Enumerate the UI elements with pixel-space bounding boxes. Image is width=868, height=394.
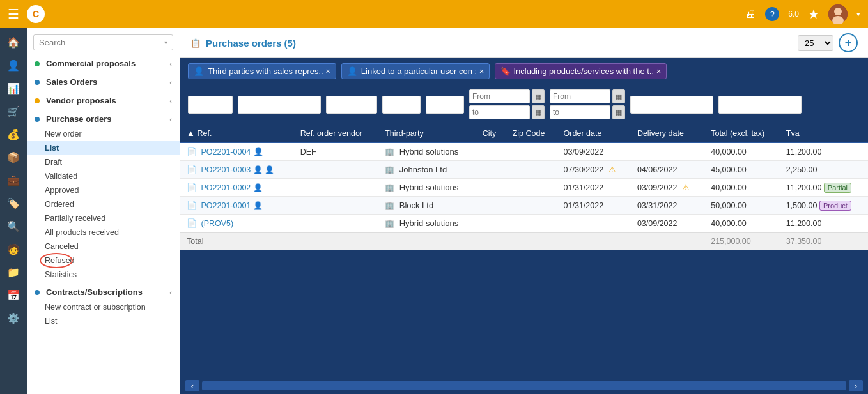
table-row: 📄 PO2201-0003 👤 👤 🏢 Johnston Ltd 07/ xyxy=(180,161,868,179)
delivery-date-to-cal[interactable]: ▦ xyxy=(612,105,625,119)
sidebar-icon-tag[interactable]: 🏷️ xyxy=(2,193,25,213)
filter-chip-products[interactable]: 🔖 Including products/services with the t… xyxy=(495,63,667,79)
sidebar-icon-user[interactable]: 👤 xyxy=(2,55,25,75)
cell-third-party[interactable]: 🏢 Block Ltd xyxy=(378,197,476,215)
sidebar-subitem-draft[interactable]: Draft xyxy=(27,155,180,169)
cell-ref[interactable]: 📄 PO2201-0004 👤 xyxy=(180,142,294,161)
sidebar-subitem-all-products-received[interactable]: All products received xyxy=(27,225,180,239)
sidebar-item-purchase-orders[interactable]: Purchase orders ‹ xyxy=(27,111,180,127)
cell-third-party[interactable]: 🏢 Hybrid solutions xyxy=(378,179,476,197)
cell-third-party[interactable]: 🏢 Johnston Ltd xyxy=(378,161,476,179)
cell-third-party-link[interactable]: Johnston Ltd xyxy=(399,165,447,174)
page-header-right: 25 10 50 100 + xyxy=(798,33,858,52)
sidebar-subitem-list2[interactable]: List xyxy=(27,314,180,328)
delivery-date-from[interactable] xyxy=(550,89,610,103)
order-date-from[interactable] xyxy=(469,89,530,103)
sidebar-icon-folder[interactable]: 📁 xyxy=(2,262,25,282)
bookmark-icon: 🔖 xyxy=(500,66,511,76)
order-date-to[interactable] xyxy=(469,105,530,119)
cell-third-party-link[interactable]: Hybrid solutions xyxy=(399,218,459,228)
company-icon: 🏢 xyxy=(385,201,394,210)
scroll-track[interactable] xyxy=(202,381,846,390)
sidebar-icon-shop[interactable]: 🛒 xyxy=(2,101,25,121)
avatar[interactable] xyxy=(828,4,848,24)
sidebar-subitem-list[interactable]: List xyxy=(27,141,180,155)
sidebar-item-label: Sales Orders xyxy=(46,77,97,87)
cell-ref[interactable]: 📄 (PROV5) xyxy=(180,215,294,233)
star-icon[interactable]: ★ xyxy=(808,6,819,22)
cell-ref[interactable]: 📄 PO2201-0001 👤 xyxy=(180,197,294,215)
cell-ref[interactable]: 📄 PO2201-0003 👤 👤 xyxy=(180,161,294,179)
logo: C xyxy=(27,5,45,23)
purchase-dot xyxy=(35,117,40,122)
cell-third-party-link[interactable]: Hybrid solutions xyxy=(399,183,459,192)
cell-third-party[interactable]: 🏢 Hybrid solutions xyxy=(378,142,476,161)
sidebar-icon-box[interactable]: 📦 xyxy=(2,147,25,167)
sidebar-item-commercial-proposals[interactable]: Commercial proposals ‹ xyxy=(27,56,180,72)
add-button[interactable]: + xyxy=(839,33,858,52)
sidebar-icon-chart[interactable]: 📊 xyxy=(2,78,25,98)
cell-ref-vendor xyxy=(294,161,379,179)
sort-arrow-icon: ▲ xyxy=(187,128,197,138)
sidebar-item-label: Purchase orders xyxy=(46,114,112,124)
search-cell-tva[interactable] xyxy=(718,96,802,114)
search-input-wrap[interactable]: ▾ xyxy=(33,34,173,50)
sidebar-icon-calendar[interactable]: 📅 xyxy=(2,285,25,305)
table-row: 📄 PO2201-0002 👤 🏢 Hybrid solutions 01/31… xyxy=(180,179,868,197)
user-icon: 👤 xyxy=(253,201,263,210)
cell-city xyxy=(476,161,506,179)
print-icon[interactable]: 🖨 xyxy=(745,8,756,20)
search-cell-total[interactable] xyxy=(630,96,713,114)
search-cell-zip[interactable] xyxy=(426,96,464,114)
sidebar-icon-home[interactable]: 🏠 xyxy=(2,32,25,52)
sidebar-icon-briefcase[interactable]: 💼 xyxy=(2,170,25,190)
sidebar-icon-dollar[interactable]: 💰 xyxy=(2,124,25,144)
sidebar-subitem-refused[interactable]: Refused xyxy=(27,254,180,268)
help-icon[interactable]: ? xyxy=(765,7,779,21)
sidebar-icon-search[interactable]: 🔍 xyxy=(2,216,25,236)
scroll-right-button[interactable]: › xyxy=(849,380,863,391)
cell-third-party-link[interactable]: Hybrid solutions xyxy=(399,147,459,156)
sidebar-subitem-new-contract[interactable]: New contract or subscription xyxy=(27,300,180,314)
cell-zip xyxy=(506,179,557,197)
contracts-dot xyxy=(35,290,40,295)
company-icon: 🏢 xyxy=(385,219,394,228)
search-cell-city[interactable] xyxy=(382,96,421,114)
sidebar-subitem-approved[interactable]: Approved xyxy=(27,183,180,197)
sidebar-icon-person[interactable]: 🧑 xyxy=(2,239,25,259)
sidebar-subitem-partially-received[interactable]: Partially received xyxy=(27,211,180,225)
sidebar: ▾ Commercial proposals ‹ Sales Orders ‹ … xyxy=(27,28,180,394)
col-ref[interactable]: ▲ Ref. xyxy=(180,125,294,142)
hamburger-menu[interactable]: ☰ xyxy=(8,6,19,22)
cell-ref[interactable]: 📄 PO2201-0002 👤 xyxy=(180,179,294,197)
delivery-date-from-cal[interactable]: ▦ xyxy=(612,89,625,103)
sidebar-item-vendor-proposals[interactable]: Vendor proposals ‹ xyxy=(27,93,180,109)
cell-third-party-link[interactable]: Block Ltd xyxy=(399,201,433,210)
delivery-date-to[interactable] xyxy=(550,105,610,119)
search-cell-ref[interactable] xyxy=(188,96,233,114)
search-cell-ref-vendor[interactable] xyxy=(238,96,321,114)
avatar-dropdown-icon[interactable]: ▾ xyxy=(856,10,860,19)
order-date-to-cal[interactable]: ▦ xyxy=(532,105,545,119)
search-cell-third-party[interactable] xyxy=(326,96,377,114)
sidebar-subitem-new-order[interactable]: New order xyxy=(27,127,180,141)
sidebar-item-contracts[interactable]: Contracts/Subscriptions ‹ xyxy=(27,284,180,300)
sidebar-subitem-ordered[interactable]: Ordered xyxy=(27,197,180,211)
search-input[interactable] xyxy=(39,38,160,47)
cell-order-date: 07/30/2022 ⚠ xyxy=(557,161,631,179)
cell-third-party[interactable]: 🏢 Hybrid solutions xyxy=(378,215,476,233)
filter-chip-user-con[interactable]: 👤 Linked to a particular user con : × xyxy=(341,63,490,79)
order-date-from-cal[interactable]: ▦ xyxy=(532,89,545,103)
filter-chip-third-parties[interactable]: 👤 Third parties with sales repres.. × xyxy=(188,63,336,79)
search-chevron-icon[interactable]: ▾ xyxy=(164,39,167,46)
sidebar-subitem-validated[interactable]: Validated xyxy=(27,169,180,183)
sidebar-subitem-statistics[interactable]: Statistics xyxy=(27,268,180,282)
scroll-left-button[interactable]: ‹ xyxy=(185,380,199,391)
sidebar-item-sales-orders[interactable]: Sales Orders ‹ xyxy=(27,74,180,90)
sidebar-subitem-canceled[interactable]: Canceled xyxy=(27,239,180,254)
user-icon: 👤 xyxy=(253,183,263,192)
sidebar-icon-settings[interactable]: ⚙️ xyxy=(2,308,25,328)
table-body: 📄 PO2201-0004 👤 DEF 🏢 Hybrid solutions 0… xyxy=(180,142,868,232)
per-page-select[interactable]: 25 10 50 100 xyxy=(798,35,833,51)
cell-zip xyxy=(506,197,557,215)
